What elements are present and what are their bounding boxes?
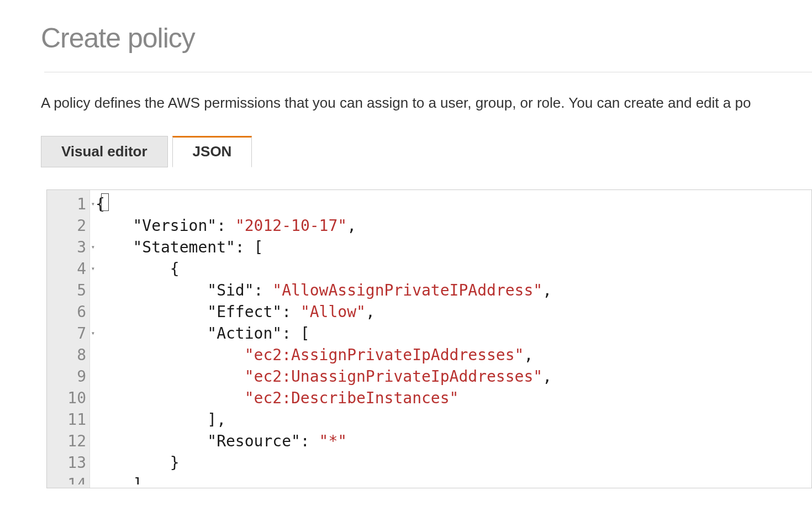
gutter-line-number: 7▾: [54, 323, 86, 344]
divider: [44, 72, 812, 72]
code-line[interactable]: "Action": [: [96, 323, 811, 344]
gutter-line-number: 12: [54, 430, 86, 452]
code-line[interactable]: "ec2:DescribeInstances": [96, 387, 811, 409]
code-line[interactable]: }: [96, 452, 811, 473]
code-line[interactable]: "Statement": [: [96, 236, 811, 258]
gutter-line-number: 5: [54, 280, 86, 301]
editor-gutter: 1▾23▾4▾567▾891011121314: [47, 190, 90, 488]
code-line[interactable]: "Version": "2012-10-17",: [96, 215, 811, 236]
gutter-line-number: 3▾: [54, 236, 86, 258]
code-line[interactable]: {: [96, 258, 811, 280]
tab-visual-editor[interactable]: Visual editor: [41, 136, 168, 167]
gutter-line-number: 11: [54, 409, 86, 430]
gutter-line-number: 2: [54, 215, 86, 236]
json-editor[interactable]: 1▾23▾4▾567▾891011121314 { "Version": "20…: [46, 189, 812, 488]
fold-icon[interactable]: ▾: [91, 323, 95, 344]
code-line[interactable]: "Resource": "*": [96, 430, 811, 452]
code-line[interactable]: {: [96, 193, 811, 215]
policy-description: A policy defines the AWS permissions tha…: [41, 92, 812, 114]
tabs: Visual editor JSON: [41, 136, 812, 167]
gutter-line-number: 8: [54, 344, 86, 366]
code-line[interactable]: "ec2:AssignPrivateIpAddresses",: [96, 344, 811, 366]
gutter-line-number: 13: [54, 452, 86, 473]
json-editor-container: 1▾23▾4▾567▾891011121314 { "Version": "20…: [46, 189, 812, 488]
fold-icon[interactable]: ▾: [91, 193, 95, 215]
page-title: Create policy: [41, 22, 812, 54]
fold-icon[interactable]: ▾: [91, 258, 95, 280]
gutter-line-number: 9: [54, 366, 86, 387]
editor-code-area[interactable]: { "Version": "2012-10-17", "Statement": …: [90, 190, 811, 488]
gutter-line-number: 6: [54, 301, 86, 323]
code-line[interactable]: ]: [96, 473, 811, 484]
code-line[interactable]: "Effect": "Allow",: [96, 301, 811, 323]
gutter-line-number: 14: [54, 473, 86, 484]
fold-icon[interactable]: ▾: [91, 236, 95, 258]
code-line[interactable]: "Sid": "AllowAssignPrivateIPAddress",: [96, 280, 811, 301]
gutter-line-number: 1▾: [54, 193, 86, 215]
code-line[interactable]: ],: [96, 409, 811, 430]
gutter-line-number: 4▾: [54, 258, 86, 280]
gutter-line-number: 10: [54, 387, 86, 409]
code-line[interactable]: "ec2:UnassignPrivateIpAddresses",: [96, 366, 811, 387]
tab-json[interactable]: JSON: [172, 136, 252, 167]
